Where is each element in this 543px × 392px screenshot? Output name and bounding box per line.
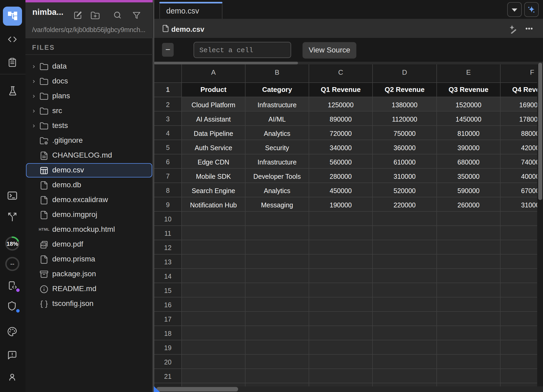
svg-text:PDF: PDF	[41, 244, 46, 247]
svg-text:--: --	[10, 260, 14, 267]
svg-text:18%: 18%	[6, 240, 18, 247]
